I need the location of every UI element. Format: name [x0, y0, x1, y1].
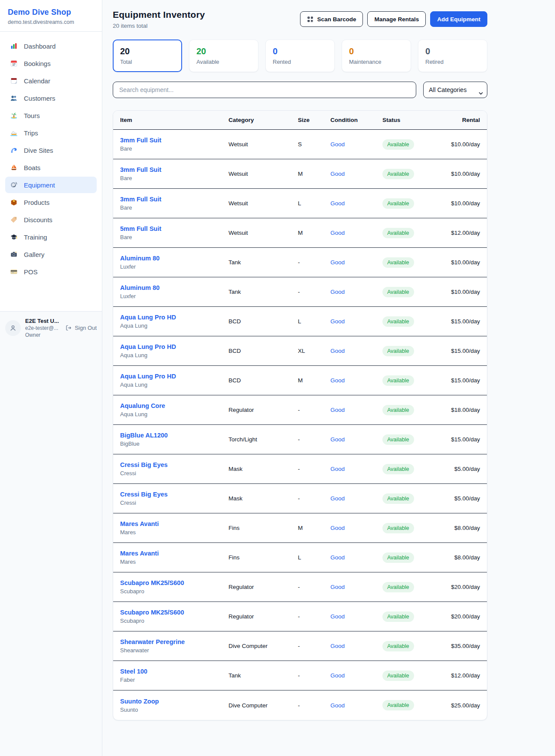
item-name-link[interactable]: Suunto Zoop	[120, 698, 229, 705]
item-category: Wetsuit	[229, 230, 298, 236]
sidebar-item-gallery[interactable]: Gallery	[5, 246, 97, 263]
item-condition-link[interactable]: Good	[330, 525, 382, 531]
item-status-cell: Available	[382, 582, 441, 592]
sidebar-filler	[0, 344, 102, 756]
sidebar-item-discounts[interactable]: Discounts	[5, 211, 97, 228]
item-rental-rate: $15.00/day	[441, 348, 480, 354]
item-brand: Luxfer	[120, 263, 229, 270]
stat-card-retired[interactable]: 0 Retired	[418, 39, 487, 72]
sidebar-item-products[interactable]: Products	[5, 194, 97, 210]
item-name-link[interactable]: Aqua Lung Pro HD	[120, 373, 229, 380]
shop-name[interactable]: Demo Dive Shop	[8, 8, 94, 17]
column-header-category: Category	[229, 117, 298, 123]
item-name-link[interactable]: 5mm Full Suit	[120, 225, 229, 232]
column-header-condition: Condition	[330, 117, 382, 123]
item-name-link[interactable]: Aluminum 80	[120, 255, 229, 262]
item-condition-link[interactable]: Good	[330, 584, 382, 590]
item-status-cell: Available	[382, 434, 441, 445]
item-condition-link[interactable]: Good	[330, 613, 382, 620]
item-cell: Aqualung Core Aqua Lung	[120, 402, 229, 417]
item-category: Torch/Light	[229, 436, 298, 443]
item-name-link[interactable]: Shearwater Peregrine	[120, 638, 229, 645]
table-row: Aqualung Core Aqua Lung Regulator - Good…	[113, 395, 487, 425]
item-category: BCD	[229, 377, 298, 384]
sidebar-item-boats[interactable]: Boats	[5, 159, 97, 176]
sidebar-item-customers[interactable]: Customers	[5, 90, 97, 106]
item-condition-link[interactable]: Good	[330, 672, 382, 679]
item-name-link[interactable]: 3mm Full Suit	[120, 137, 229, 144]
item-condition-link[interactable]: Good	[330, 230, 382, 236]
sidebar-item-training[interactable]: Training	[5, 229, 97, 245]
item-status-cell: Available	[382, 700, 441, 710]
item-name-link[interactable]: BigBlue AL1200	[120, 432, 229, 439]
item-name-link[interactable]: Cressi Big Eyes	[120, 491, 229, 498]
search-input[interactable]	[113, 82, 416, 98]
sidebar-item-label: Gallery	[24, 251, 45, 258]
item-name-link[interactable]: 3mm Full Suit	[120, 166, 229, 173]
item-name-link[interactable]: Cressi Big Eyes	[120, 461, 229, 468]
item-condition-link[interactable]: Good	[330, 466, 382, 472]
item-cell: Suunto Zoop Suunto	[120, 698, 229, 713]
item-condition-link[interactable]: Good	[330, 436, 382, 443]
item-status-cell: Available	[382, 641, 441, 651]
item-condition-link[interactable]: Good	[330, 171, 382, 177]
item-name-link[interactable]: Scubapro MK25/S600	[120, 579, 229, 586]
sign-out-icon	[65, 325, 72, 331]
item-condition-link[interactable]: Good	[330, 407, 382, 413]
sidebar-item-bookings[interactable]: 17 Bookings	[5, 55, 97, 72]
item-category: Mask	[229, 466, 298, 472]
stat-card-total[interactable]: 20 Total	[113, 39, 182, 72]
item-name-link[interactable]: Mares Avanti	[120, 550, 229, 557]
item-name-link[interactable]: Scubapro MK25/S600	[120, 609, 229, 616]
item-name-link[interactable]: Steel 100	[120, 668, 229, 675]
sidebar-item-trips[interactable]: Trips	[5, 125, 97, 141]
sidebar-item-pos[interactable]: POS	[5, 263, 97, 280]
add-equipment-button[interactable]: Add Equipment	[430, 11, 487, 27]
item-condition-link[interactable]: Good	[330, 259, 382, 266]
item-condition-link[interactable]: Good	[330, 289, 382, 295]
item-status-cell: Available	[382, 228, 441, 238]
stat-card-maintenance[interactable]: 0 Maintenance	[342, 39, 411, 72]
status-badge: Available	[382, 346, 414, 356]
item-brand: Mares	[120, 529, 229, 536]
item-condition-link[interactable]: Good	[330, 318, 382, 325]
item-brand: Cressi	[120, 470, 229, 477]
item-condition-link[interactable]: Good	[330, 495, 382, 502]
status-badge: Available	[382, 582, 414, 592]
sidebar-item-dashboard[interactable]: Dashboard	[5, 38, 97, 54]
table-row: Scubapro MK25/S600 Scubapro Regulator - …	[113, 602, 487, 631]
svg-text:17: 17	[12, 63, 16, 66]
sidebar-item-equipment[interactable]: Equipment	[5, 177, 97, 193]
item-brand: Bare	[120, 145, 229, 152]
item-category: Regulator	[229, 584, 298, 590]
item-name-link[interactable]: 3mm Full Suit	[120, 196, 229, 203]
category-select[interactable]: All Categories	[423, 82, 487, 98]
item-name-link[interactable]: Aqua Lung Pro HD	[120, 343, 229, 350]
item-condition-link[interactable]: Good	[330, 348, 382, 354]
item-name-link[interactable]: Aqualung Core	[120, 402, 229, 409]
item-condition-link[interactable]: Good	[330, 200, 382, 207]
item-name-link[interactable]: Mares Avanti	[120, 520, 229, 527]
item-name-link[interactable]: Aluminum 80	[120, 284, 229, 291]
item-name-link[interactable]: Aqua Lung Pro HD	[120, 314, 229, 321]
item-condition-link[interactable]: Good	[330, 377, 382, 384]
scan-barcode-label: Scan Barcode	[317, 16, 356, 23]
stat-card-available[interactable]: 20 Available	[189, 39, 258, 72]
speedboat-icon	[10, 128, 18, 137]
item-size: L	[298, 318, 330, 325]
scan-barcode-button[interactable]: Scan Barcode	[300, 11, 363, 27]
manage-rentals-button[interactable]: Manage Rentals	[367, 11, 426, 27]
status-badge: Available	[382, 139, 414, 150]
sign-out-button[interactable]: Sign Out	[65, 325, 97, 331]
item-status-cell: Available	[382, 523, 441, 533]
item-category: Wetsuit	[229, 200, 298, 207]
item-condition-link[interactable]: Good	[330, 643, 382, 649]
item-condition-link[interactable]: Good	[330, 554, 382, 561]
stat-card-rented[interactable]: 0 Rented	[265, 39, 335, 72]
camera-icon	[10, 250, 18, 259]
sidebar-item-calendar[interactable]: Calendar	[5, 72, 97, 89]
item-condition-link[interactable]: Good	[330, 702, 382, 709]
sidebar-item-tours[interactable]: Tours	[5, 107, 97, 124]
sidebar-item-dive-sites[interactable]: Dive Sites	[5, 142, 97, 158]
item-condition-link[interactable]: Good	[330, 141, 382, 148]
